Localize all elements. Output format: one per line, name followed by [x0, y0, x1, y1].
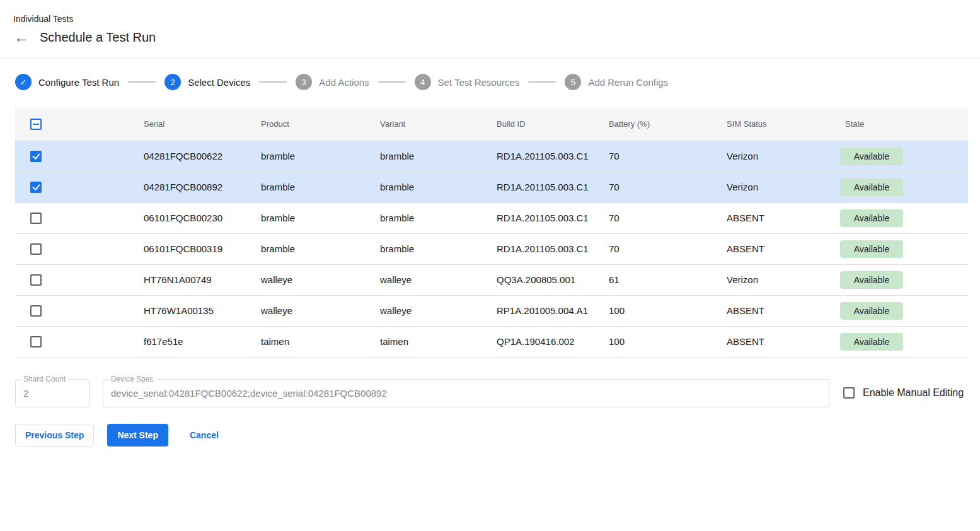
device-table-body: 04281FQCB00622bramblebrambleRD1A.201105.…	[15, 141, 968, 357]
row-checkbox[interactable]	[30, 243, 42, 255]
cell-battery: 61	[594, 264, 712, 295]
cell-state: Available	[830, 295, 968, 326]
cell-serial: 06101FQCB00230	[129, 202, 246, 233]
step-number: 5	[565, 74, 581, 90]
state-badge: Available	[840, 178, 903, 196]
cell-product: bramble	[246, 202, 365, 233]
stepper-step-set-test-resources[interactable]: 4Set Test Resources	[415, 74, 520, 90]
device-table: SerialProductVariantBuild IDBattery (%)S…	[15, 108, 968, 358]
state-badge: Available	[840, 271, 903, 289]
device-row[interactable]: HT76W1A00135walleyewalleyeRP1A.201005.00…	[15, 295, 968, 326]
manual-editing-checkbox[interactable]	[843, 387, 855, 399]
cell-state: Available	[830, 202, 968, 233]
device-spec-label: Device Spec	[108, 375, 156, 383]
cell-product: bramble	[246, 172, 365, 202]
row-checkbox[interactable]	[30, 151, 42, 162]
row-checkbox-cell	[15, 264, 129, 295]
device-row[interactable]: f617e51etaimentaimenQP1A.190416.002100AB…	[15, 326, 968, 357]
cell-product: walleye	[246, 264, 365, 295]
column-header-battery: Battery (%)	[594, 108, 712, 141]
stepper-step-select-devices[interactable]: 2Select Devices	[164, 74, 250, 90]
stepper-connector	[378, 81, 406, 83]
cell-build-id: QQ3A.200805.001	[481, 264, 594, 295]
shard-count-input[interactable]	[23, 388, 82, 399]
cell-state: Available	[830, 233, 968, 264]
cell-serial: 04281FQCB00622	[129, 141, 246, 172]
cancel-button[interactable]: Cancel	[180, 424, 229, 446]
stepper-connector	[259, 81, 287, 83]
cell-serial: f617e51e	[129, 326, 246, 357]
cell-sim-status: Verizon	[712, 141, 830, 172]
cell-state: Available	[830, 172, 968, 202]
cell-battery: 70	[594, 141, 712, 172]
device-spec-input[interactable]	[111, 388, 821, 399]
column-header-variant: Variant	[365, 108, 481, 141]
state-badge: Available	[840, 148, 903, 165]
row-checkbox-cell	[15, 202, 129, 233]
row-checkbox[interactable]	[30, 274, 42, 286]
previous-step-button[interactable]: Previous Step	[15, 424, 94, 446]
cell-sim-status: ABSENT	[712, 295, 830, 326]
cell-battery: 70	[594, 202, 712, 233]
cell-state: Available	[830, 326, 968, 357]
step-label: Select Devices	[188, 77, 250, 88]
page-header: Individual Tests ← Schedule a Test Run	[0, 0, 980, 45]
device-row[interactable]: 04281FQCB00622bramblebrambleRD1A.201105.…	[15, 141, 968, 172]
cell-serial: HT76N1A00749	[129, 264, 246, 295]
cell-sim-status: ABSENT	[712, 326, 830, 357]
cell-serial: 06101FQCB00319	[129, 233, 246, 264]
stepper-step-add-rerun-configs[interactable]: 5Add Rerun Configs	[565, 74, 668, 90]
shard-count-label: Shard Count	[21, 375, 68, 383]
cell-sim-status: ABSENT	[712, 233, 830, 264]
step-number: 3	[296, 74, 312, 90]
cell-build-id: RD1A.201105.003.C1	[481, 141, 594, 172]
state-badge: Available	[840, 333, 903, 351]
select-all-checkbox[interactable]	[30, 119, 42, 130]
stepper-step-add-actions[interactable]: 3Add Actions	[296, 74, 369, 90]
cell-variant: bramble	[365, 141, 481, 172]
table-header-row: SerialProductVariantBuild IDBattery (%)S…	[15, 108, 968, 141]
cell-variant: bramble	[365, 172, 481, 202]
row-checkbox-cell	[15, 295, 129, 326]
action-bar: Previous Step Next Step Cancel	[15, 424, 965, 446]
row-checkbox[interactable]	[30, 213, 42, 224]
form-row: Shard Count Device Spec Enable Manual Ed…	[15, 379, 965, 407]
step-number: 2	[164, 74, 181, 90]
device-row[interactable]: 06101FQCB00319bramblebrambleRD1A.201105.…	[15, 233, 968, 264]
column-header-sim-status: SIM Status	[712, 108, 830, 141]
cell-serial: 04281FQCB00892	[129, 172, 246, 202]
next-step-button[interactable]: Next Step	[107, 424, 168, 446]
step-label: Add Rerun Configs	[588, 77, 668, 88]
cell-variant: taimen	[365, 326, 481, 357]
cell-battery: 70	[594, 233, 712, 264]
device-row[interactable]: HT76N1A00749walleyewalleyeQQ3A.200805.00…	[15, 264, 968, 295]
column-header-serial: Serial	[129, 108, 246, 141]
state-badge: Available	[840, 302, 903, 320]
step-label: Add Actions	[319, 77, 369, 88]
cell-variant: walleye	[365, 264, 481, 295]
cell-sim-status: Verizon	[712, 172, 830, 202]
enable-manual-editing-toggle[interactable]: Enable Manual Editing	[843, 387, 964, 399]
device-spec-field: Device Spec	[103, 379, 829, 407]
row-checkbox-cell	[15, 326, 129, 357]
device-row[interactable]: 04281FQCB00892bramblebrambleRD1A.201105.…	[15, 172, 968, 202]
cell-battery: 100	[594, 295, 712, 326]
back-arrow-icon[interactable]: ←	[13, 30, 30, 45]
manual-editing-label: Enable Manual Editing	[863, 387, 964, 399]
row-checkbox[interactable]	[30, 305, 42, 317]
row-checkbox[interactable]	[30, 182, 42, 193]
cell-state: Available	[830, 264, 968, 295]
stepper-step-configure-test-run[interactable]: ✓Configure Test Run	[15, 74, 119, 90]
state-badge: Available	[840, 240, 903, 258]
cell-battery: 70	[594, 172, 712, 202]
step-label: Set Test Resources	[438, 77, 520, 88]
device-row[interactable]: 06101FQCB00230bramblebrambleRD1A.201105.…	[15, 202, 968, 233]
row-checkbox[interactable]	[30, 336, 42, 347]
page-title: Schedule a Test Run	[40, 30, 156, 45]
cell-build-id: RP1A.201005.004.A1	[481, 295, 594, 326]
column-header-build-id: Build ID	[481, 108, 594, 141]
cell-variant: walleye	[365, 295, 481, 326]
state-badge: Available	[840, 209, 903, 227]
cell-product: bramble	[246, 233, 365, 264]
cell-battery: 100	[594, 326, 712, 357]
